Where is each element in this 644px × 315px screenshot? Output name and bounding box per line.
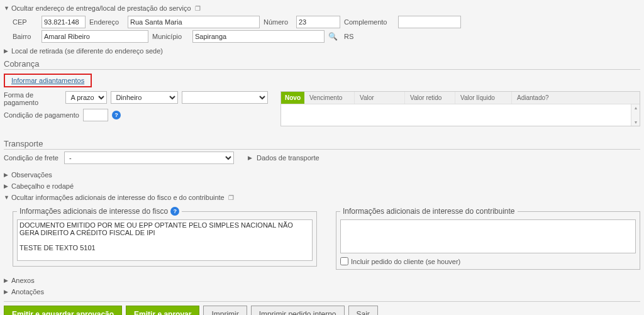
cep-input[interactable] [42,16,86,28]
dados-transporte-link[interactable]: Dados de transporte [257,154,319,162]
imprimir-button[interactable]: Imprimir [203,306,247,315]
anexos-toggle[interactable]: Anexos [4,275,640,286]
col-valor-retido: Valor retido [405,92,455,104]
frete-select[interactable]: - [64,152,234,164]
condicao-pagamento-label: Condição de pagamento [4,111,79,119]
observacoes-label: Observações [11,171,52,179]
col-valor-liquido: Valor líquido [455,92,512,104]
numero-label: Número [264,18,292,26]
municipio-input[interactable] [192,30,325,43]
chevron-right-icon [4,48,9,54]
complemento-label: Complemento [344,18,394,26]
condicao-pagamento-input[interactable] [83,109,108,121]
grid-scrollbar[interactable]: ▴ ▾ [631,104,640,126]
help-icon[interactable]: ? [112,111,121,119]
incluir-pedido-checkbox[interactable] [340,257,348,265]
bairro-input[interactable] [42,30,148,43]
anotacoes-label: Anotações [11,288,44,296]
info-adicionais-label: Ocultar informações adicionais de intere… [11,194,225,201]
forma-pagamento-label: Forma de pagamento [4,91,62,106]
novo-button[interactable]: Novo [281,92,304,104]
contribuinte-legend: Informações adicionais de interesse do c… [343,207,515,216]
contribuinte-fieldset: Informações adicionais de interesse do c… [336,207,640,270]
chevron-right-icon [248,155,253,161]
fisco-textarea[interactable] [17,219,313,261]
anotacoes-toggle[interactable]: Anotações [4,286,640,297]
uf-label: RS [344,33,353,40]
pickup-label: Local de retirada (se diferente do ender… [11,47,163,55]
chevron-down-icon [4,194,9,201]
emitir-aprovar-button[interactable]: Emitir e aprovar [126,306,199,315]
address-panel-title: Ocultar endereço de entrega/local de pre… [11,4,191,12]
action-bar: Emitir e aguardar aprovação Emitir e apr… [4,301,640,315]
bairro-label: Bairro [13,33,38,40]
observacoes-toggle[interactable]: Observações [4,169,640,180]
cabecalho-rodape-toggle[interactable]: Cabeçalho e rodapé [4,180,640,192]
chevron-down-icon [4,5,9,11]
sair-button[interactable]: Sair [348,306,378,315]
cabecalho-rodape-label: Cabeçalho e rodapé [11,182,74,190]
forma-pagamento-select-1[interactable]: A prazo [65,91,107,104]
scroll-up-icon: ▴ [635,105,637,111]
chevron-right-icon [4,183,9,189]
incluir-pedido-label: Incluir pedido do cliente (se houver) [351,258,460,265]
contribuinte-textarea[interactable] [340,219,636,253]
col-adiantado: Adiantado? [512,92,640,104]
anexos-label: Anexos [11,277,35,284]
numero-input[interactable] [296,16,340,28]
copy-icon[interactable]: ❐ [228,194,234,201]
payments-grid: Novo Vencimento Valor Valor retido Valor… [280,91,640,126]
forma-pagamento-select-3[interactable] [182,91,268,104]
fisco-fieldset: Informações adicionais de interesse do f… [13,207,317,267]
emitir-aguardar-button[interactable]: Emitir e aguardar aprovação [4,306,122,315]
cep-label: CEP [13,18,38,26]
help-icon[interactable]: ? [170,207,179,216]
endereco-input[interactable] [128,16,260,28]
chevron-right-icon [4,277,9,284]
search-icon[interactable]: 🔍 [328,32,338,41]
frete-label: Condição de frete [4,154,60,162]
informar-adiantamentos-link[interactable]: Informar adiantamentos [4,74,92,87]
scroll-down-icon: ▾ [635,119,637,125]
copy-icon[interactable]: ❐ [195,5,201,12]
pickup-toggle[interactable]: Local de retirada (se diferente do ender… [4,45,640,57]
billing-title: Cobrança [4,59,640,70]
transport-title: Transporte [4,139,640,150]
endereco-label: Endereço [89,18,124,26]
imprimir-interno-button[interactable]: Imprimir pedido interno [251,306,345,315]
col-vencimento: Vencimento [304,92,355,104]
fisco-legend: Informações adicionais de interesse do f… [19,207,168,216]
forma-pagamento-select-2[interactable]: Dinheiro [111,91,177,104]
municipio-label: Município [152,33,189,40]
info-adicionais-toggle[interactable]: Ocultar informações adicionais de intere… [4,192,640,203]
col-valor: Valor [355,92,405,104]
chevron-right-icon [4,172,9,178]
complemento-input[interactable] [398,16,461,28]
address-panel-toggle[interactable]: Ocultar endereço de entrega/local de pre… [4,3,640,14]
chevron-right-icon [4,289,9,295]
